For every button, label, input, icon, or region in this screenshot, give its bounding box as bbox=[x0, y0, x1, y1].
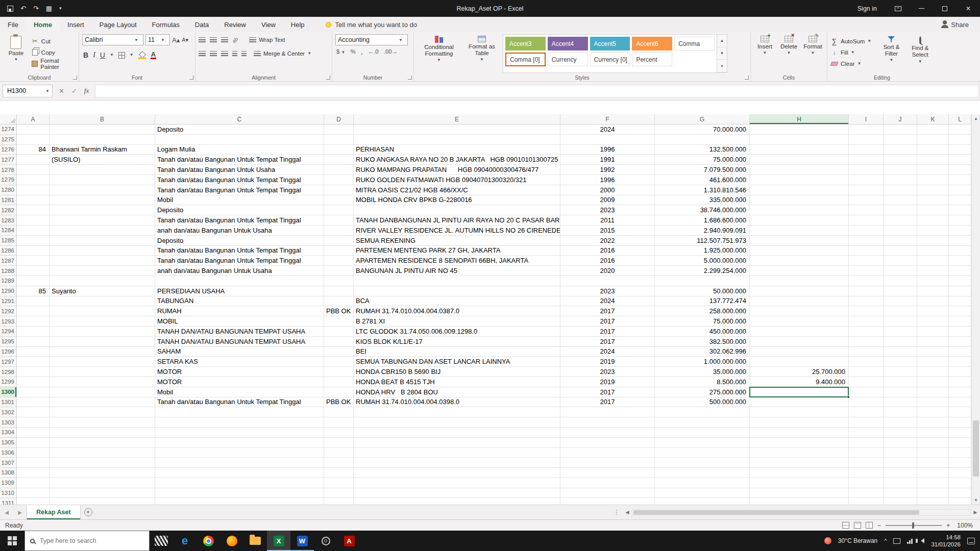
cell-B1281[interactable] bbox=[50, 195, 155, 206]
column-header-D[interactable]: D bbox=[324, 114, 354, 124]
conditional-formatting-button[interactable]: Conditional Formatting ▼ bbox=[417, 34, 461, 73]
cell-J1304[interactable] bbox=[884, 428, 917, 438]
cell-L1284[interactable] bbox=[949, 226, 971, 236]
cell-D1280[interactable] bbox=[324, 185, 354, 195]
bold-button[interactable]: B bbox=[83, 51, 88, 59]
cell-I1295[interactable] bbox=[849, 337, 884, 347]
cell-F1297[interactable]: 2019 bbox=[560, 357, 655, 367]
cell-E1297[interactable]: SEMUA TABUNGAN DAN ASET LANCAR LAINNYA bbox=[354, 357, 560, 367]
row-header-1275[interactable]: 1275 bbox=[0, 135, 17, 145]
cell-L1282[interactable] bbox=[949, 205, 971, 215]
cell-I1288[interactable] bbox=[849, 266, 884, 276]
cell-J1300[interactable] bbox=[884, 387, 917, 397]
cell-B1298[interactable] bbox=[50, 367, 155, 377]
cell-H1275[interactable] bbox=[750, 135, 849, 145]
cell-F1307[interactable] bbox=[560, 458, 655, 468]
row-header-1300[interactable]: 1300 bbox=[0, 387, 17, 397]
chrome-taskbar-button[interactable] bbox=[197, 531, 220, 551]
cell-J1296[interactable] bbox=[884, 347, 917, 357]
cell-A1284[interactable] bbox=[17, 226, 50, 236]
column-header-L[interactable]: L bbox=[949, 114, 971, 124]
cell-J1278[interactable] bbox=[884, 165, 917, 175]
cell-A1296[interactable] bbox=[17, 347, 50, 357]
cell-L1275[interactable] bbox=[949, 135, 971, 145]
gallery-up-icon[interactable]: ▲ bbox=[717, 35, 727, 47]
cell-L1297[interactable] bbox=[949, 357, 971, 367]
scroll-up-icon[interactable]: ▲ bbox=[972, 114, 980, 123]
settings-taskbar-button[interactable] bbox=[314, 531, 337, 551]
cell-D1276[interactable] bbox=[324, 145, 354, 155]
cell-I1286[interactable] bbox=[849, 246, 884, 256]
cell-H1303[interactable] bbox=[750, 417, 849, 428]
sheet-nav-right-icon[interactable]: ▶ bbox=[13, 505, 27, 519]
cell-E1283[interactable]: TANAH DANBANGUNAN JL PINTU AIR RAYA NO 2… bbox=[354, 215, 560, 226]
cell-C1278[interactable]: Tanah dan/atau Bangunan Untuk Usaha bbox=[155, 165, 324, 175]
cell-K1299[interactable] bbox=[917, 377, 949, 387]
orientation-icon[interactable]: ab bbox=[231, 36, 239, 44]
minimize-button[interactable] bbox=[910, 0, 933, 17]
format-as-table-button[interactable]: Format as Table ▼ bbox=[463, 34, 501, 73]
cell-F1311[interactable] bbox=[560, 498, 655, 505]
cell-K1300[interactable] bbox=[917, 387, 949, 397]
cell-A1294[interactable] bbox=[17, 327, 50, 337]
cell-J1292[interactable] bbox=[884, 306, 917, 316]
increase-decimal-icon[interactable]: ←.0 bbox=[368, 48, 379, 55]
cell-L1286[interactable] bbox=[949, 246, 971, 256]
cell-C1282[interactable]: Deposito bbox=[155, 205, 324, 215]
cell-E1277[interactable]: RUKO ANGKASA RAYA NO 20 B JAKARTA HGB 09… bbox=[354, 155, 560, 165]
cell-G1310[interactable] bbox=[655, 488, 750, 498]
cell-C1277[interactable]: Tanah dan/atau Bangunan Untuk Tempat Tin… bbox=[155, 155, 324, 165]
autosum-button[interactable]: ∑AutoSum▼ bbox=[830, 36, 876, 46]
row-header-1294[interactable]: 1294 bbox=[0, 327, 17, 337]
cell-F1288[interactable]: 2020 bbox=[560, 266, 655, 276]
cell-J1293[interactable] bbox=[884, 316, 917, 327]
new-sheet-button[interactable]: + bbox=[81, 505, 96, 519]
cell-C1290[interactable]: PERSEDIAAN USAHA bbox=[155, 286, 324, 296]
cell-J1303[interactable] bbox=[884, 417, 917, 428]
cut-button[interactable]: ✂Cut bbox=[31, 36, 76, 46]
increase-indent-icon[interactable] bbox=[241, 51, 247, 57]
cell-F1274[interactable]: 2024 bbox=[560, 124, 655, 135]
cell-E1295[interactable]: KIOS BLOK K/L1/E-17 bbox=[354, 337, 560, 347]
cell-D1287[interactable] bbox=[324, 256, 354, 266]
network-icon[interactable] bbox=[907, 538, 914, 544]
cell-B1308[interactable] bbox=[50, 468, 155, 478]
cell-E1286[interactable]: PARTEMEN MENTENG PARK 27 GH, JAKARTA bbox=[354, 246, 560, 256]
cell-K1304[interactable] bbox=[917, 428, 949, 438]
cell-C1311[interactable] bbox=[155, 498, 324, 505]
tab-review[interactable]: Review bbox=[216, 17, 254, 32]
cell-F1299[interactable]: 2019 bbox=[560, 377, 655, 387]
cell-L1279[interactable] bbox=[949, 175, 971, 185]
cell-I1278[interactable] bbox=[849, 165, 884, 175]
cell-D1290[interactable] bbox=[324, 286, 354, 296]
cell-D1303[interactable] bbox=[324, 417, 354, 428]
cell-K1306[interactable] bbox=[917, 448, 949, 458]
row-header-1303[interactable]: 1303 bbox=[0, 417, 17, 428]
cell-K1302[interactable] bbox=[917, 407, 949, 417]
cell-D1275[interactable] bbox=[324, 135, 354, 145]
cell-D1281[interactable] bbox=[324, 195, 354, 206]
scroll-down-icon[interactable]: ▼ bbox=[972, 496, 980, 505]
cell-L1300[interactable] bbox=[949, 387, 971, 397]
cell-B1295[interactable] bbox=[50, 337, 155, 347]
zoom-level[interactable]: 100% bbox=[954, 522, 973, 529]
cell-K1277[interactable] bbox=[917, 155, 949, 165]
cell-F1303[interactable] bbox=[560, 417, 655, 428]
cell-I1300[interactable] bbox=[849, 387, 884, 397]
tab-file[interactable]: File bbox=[0, 17, 26, 32]
decrease-indent-icon[interactable] bbox=[232, 51, 237, 57]
cell-I1285[interactable] bbox=[849, 236, 884, 246]
delete-cells-button[interactable]: Delete ▼ bbox=[778, 34, 800, 73]
excel-taskbar-button[interactable]: X bbox=[267, 531, 290, 551]
cell-I1307[interactable] bbox=[849, 458, 884, 468]
firefox-taskbar-button[interactable] bbox=[220, 531, 243, 551]
row-header-1309[interactable]: 1309 bbox=[0, 478, 17, 488]
cell-J1279[interactable] bbox=[884, 175, 917, 185]
cell-K1280[interactable] bbox=[917, 185, 949, 195]
cell-J1277[interactable] bbox=[884, 155, 917, 165]
cell-K1281[interactable] bbox=[917, 195, 949, 206]
cell-G1279[interactable]: 461.600.000 bbox=[655, 175, 750, 185]
edge-taskbar-button[interactable]: e bbox=[173, 531, 197, 551]
cell-E1301[interactable]: RUMAH 31.74.010.004.004.0398.0 bbox=[354, 397, 560, 408]
zebra-thumbnail[interactable] bbox=[150, 531, 173, 551]
